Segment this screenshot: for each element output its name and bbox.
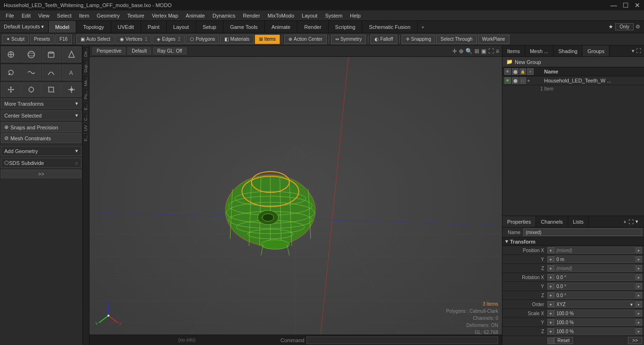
tab-model[interactable]: Model — [49, 21, 77, 33]
rotation-y-value[interactable]: 0.0 ° — [554, 282, 635, 290]
perspective-button[interactable]: Perspective — [92, 47, 125, 54]
tab-layout[interactable]: Layout — [167, 21, 196, 33]
confirm-button[interactable]: >> — [628, 337, 642, 344]
tab-channels[interactable]: Channels — [536, 216, 568, 227]
add-geometry-button[interactable]: Add Geometry ▾ — [1, 146, 81, 156]
new-group-button[interactable]: 📁 New Group — [502, 57, 644, 67]
viewport-icon-expand[interactable]: ⛶ — [488, 48, 494, 54]
rotation-y-dot[interactable]: ● — [547, 283, 554, 290]
tab-lists[interactable]: Lists — [568, 216, 589, 227]
rotation-x-dot[interactable]: ● — [547, 274, 554, 281]
transform-section-header[interactable]: ▾ Transform — [502, 237, 644, 246]
transform-rotate[interactable] — [21, 82, 41, 97]
scale-x-dot[interactable]: ● — [547, 310, 554, 317]
tool-wave[interactable] — [21, 64, 41, 81]
expand-row-icon[interactable]: + — [527, 78, 530, 83]
render-icon[interactable]: ⬤ — [512, 77, 519, 84]
menu-layout[interactable]: Layout — [298, 12, 321, 19]
props-add-icon[interactable]: + — [624, 219, 626, 225]
menu-file[interactable]: File — [2, 12, 18, 19]
reset-button[interactable]: Reset — [554, 337, 573, 344]
transform-other[interactable] — [62, 82, 81, 97]
transform-move[interactable] — [1, 82, 21, 97]
position-y-arrow[interactable]: ▸ — [635, 256, 642, 263]
vertices-button[interactable]: ◉ Vertices 1 — [116, 35, 152, 44]
snaps-precision-button[interactable]: ⊕ Snaps and Precision — [1, 122, 81, 132]
vs-me[interactable]: Me... — [83, 74, 89, 88]
snapping-button[interactable]: ✛ Snapping — [402, 35, 435, 44]
only-button[interactable]: Only — [615, 23, 634, 30]
menu-edit[interactable]: Edit — [18, 12, 35, 19]
menu-system[interactable]: System — [321, 12, 346, 19]
vs-e[interactable]: E... — [83, 101, 89, 112]
order-value[interactable]: XYZ ▾ — [554, 300, 635, 308]
viewport-canvas[interactable]: X Y Z 3 Items Polygons : Catmull-Clark C… — [89, 57, 502, 345]
menu-view[interactable]: View — [35, 12, 54, 19]
menu-help[interactable]: Help — [346, 12, 365, 19]
rotation-x-arrow[interactable]: ▸ — [635, 274, 642, 281]
props-expand-icon[interactable]: ⛶ — [628, 219, 634, 225]
transform-scale[interactable] — [42, 82, 62, 97]
menu-animate[interactable]: Animate — [182, 12, 208, 19]
viewport-icon-more[interactable]: ≡ — [496, 48, 499, 54]
center-selected-button[interactable]: Center Selected ▾ — [1, 110, 81, 120]
menu-render[interactable]: Render — [239, 12, 264, 19]
scale-y-dot[interactable]: ● — [547, 319, 554, 326]
vs-c[interactable]: C... — [83, 112, 89, 123]
tool-move[interactable] — [1, 46, 21, 63]
position-z-arrow[interactable]: ▸ — [635, 265, 642, 272]
menu-dynamics[interactable]: Dynamics — [209, 12, 239, 19]
position-y-dot[interactable]: ● — [547, 256, 554, 263]
scale-z-value[interactable]: 100.0 % — [554, 327, 635, 335]
sel-icon[interactable]: □ — [519, 77, 526, 84]
tool-cylinder[interactable] — [42, 46, 62, 63]
tab-items[interactable]: Items — [502, 45, 525, 56]
position-x-value[interactable]: (mixed) — [554, 246, 635, 254]
vs-uv[interactable]: UV — [83, 123, 89, 133]
scale-x-value[interactable]: 100.0 % — [554, 309, 635, 317]
scale-z-dot[interactable]: ● — [547, 328, 554, 335]
vs-po[interactable]: Po... — [83, 88, 89, 101]
position-x-arrow[interactable]: ▸ — [635, 247, 642, 254]
sculpt-button[interactable]: ✦ Sculpt — [2, 35, 29, 44]
tab-scripting[interactable]: Scripting — [329, 21, 363, 33]
rotation-z-arrow[interactable]: ▸ — [635, 292, 642, 299]
tool-sphere[interactable] — [21, 46, 41, 63]
raygl-button[interactable]: Ray GL: Off — [153, 47, 187, 54]
tool-smooth[interactable] — [42, 64, 62, 81]
menu-item[interactable]: Item — [75, 12, 93, 19]
menu-mixtomodo[interactable]: MixToModo — [264, 12, 298, 19]
tab-setup[interactable]: Setup — [196, 21, 224, 33]
symmetry-button[interactable]: ⇔ Symmetry — [331, 35, 366, 44]
tab-shading[interactable]: Shading — [554, 45, 582, 56]
position-z-value[interactable]: (mixed) — [554, 264, 635, 272]
menu-select[interactable]: Select — [53, 12, 75, 19]
props-collapse-icon[interactable]: ▾ — [635, 218, 638, 225]
polygons-button[interactable]: ⬡ Polygons — [186, 35, 219, 44]
workplane-button[interactable]: WorkPlane — [478, 35, 510, 44]
minimize-btn[interactable]: — — [610, 1, 617, 9]
name-property-value[interactable]: (mixed) — [523, 228, 642, 236]
tab-render[interactable]: Render — [297, 21, 328, 33]
expand-button[interactable]: >> — [1, 170, 81, 178]
add-layout-tab[interactable]: + — [418, 21, 428, 33]
scale-z-arrow[interactable]: ▸ — [635, 328, 642, 335]
f16-button[interactable]: F16 — [55, 35, 72, 44]
position-y-value[interactable]: 0 m — [554, 255, 635, 263]
vs-de[interactable]: De... — [83, 45, 89, 59]
menu-texture[interactable]: Texture — [124, 12, 148, 19]
scale-y-arrow[interactable]: ▸ — [635, 319, 642, 326]
sds-subdivide-button[interactable]: ⬡ SDS Subdivide ○ — [1, 158, 81, 168]
rotation-y-arrow[interactable]: ▸ — [635, 283, 642, 290]
presets-button[interactable]: Presets — [30, 35, 54, 44]
close-btn[interactable]: ✕ — [635, 1, 640, 9]
scale-x-arrow[interactable]: ▸ — [635, 310, 642, 317]
maximize-btn[interactable]: ☐ — [623, 1, 629, 9]
tab-schematic[interactable]: Schematic Fusion — [362, 21, 417, 33]
layout-preset-dropdown[interactable]: Default Layouts ▾ — [0, 21, 49, 33]
position-x-dot[interactable]: ● — [547, 247, 554, 254]
tab-topology[interactable]: Topology — [76, 21, 111, 33]
viewport-icon-grid[interactable]: ▣ — [481, 48, 486, 54]
rotation-z-dot[interactable]: ● — [547, 292, 554, 299]
tool-text[interactable]: A — [62, 64, 81, 81]
